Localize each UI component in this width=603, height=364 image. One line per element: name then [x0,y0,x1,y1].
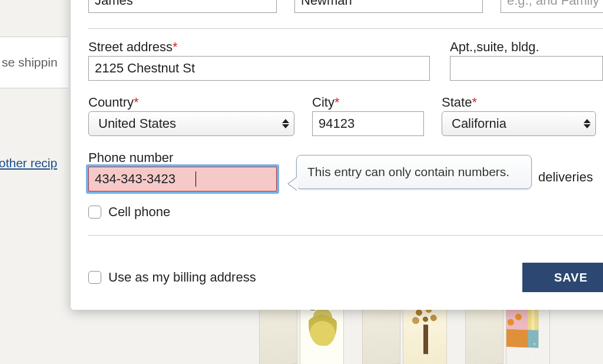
state-value: California [452,116,506,131]
city-input[interactable] [312,111,424,136]
required-marker: * [472,95,477,110]
address-form-modal: Street address* Apt.,suite, bldg. Countr… [71,0,603,310]
select-arrows-icon [282,119,289,128]
required-marker: * [173,39,178,54]
apt-label: Apt.,suite, bldg. [450,39,603,55]
city-label-text: City [312,95,334,110]
first-name-input[interactable] [88,0,277,13]
state-label-text: State [442,95,472,110]
street-address-label: Street address* [88,39,430,55]
street-address-label-text: Street address [88,39,173,54]
deliveries-text-fragment: deliveries [538,170,593,185]
state-select[interactable]: California [442,111,596,136]
save-button-label: SAVE [554,271,588,284]
validation-tooltip: This entry can only contain numbers. [296,155,532,189]
divider [88,235,603,236]
street-address-input[interactable] [88,56,430,81]
other-recipient-link-fragment[interactable]: other recip [0,156,57,170]
required-marker: * [334,95,340,110]
last-name-input[interactable] [294,0,483,13]
state-label: State* [442,95,596,110]
city-label: City* [312,95,424,110]
country-label-text: Country [88,95,134,110]
phone-label: Phone number [88,150,277,166]
text-caret [196,171,196,187]
billing-address-checkbox[interactable] [88,271,101,284]
country-select[interactable]: United States [88,111,294,136]
required-marker: * [134,95,139,110]
save-button[interactable]: SAVE [522,263,603,292]
divider [88,28,603,29]
cell-phone-checkbox[interactable] [88,206,101,219]
cell-phone-checkbox-label: Cell phone [108,204,170,220]
shipping-tab-fragment: se shippin [0,37,68,88]
name-suffix-input[interactable] [501,0,603,13]
other-recipient-text: other recip [0,156,57,170]
phone-number-input[interactable] [88,167,277,191]
validation-message: This entry can only contain numbers. [307,165,509,178]
country-label: Country* [88,95,294,110]
shipping-tab-text: se shippin [2,55,58,70]
select-arrows-icon [584,119,591,128]
country-value: United States [98,116,176,131]
apt-input[interactable] [450,56,603,81]
billing-address-checkbox-label: Use as my billing address [108,270,256,285]
